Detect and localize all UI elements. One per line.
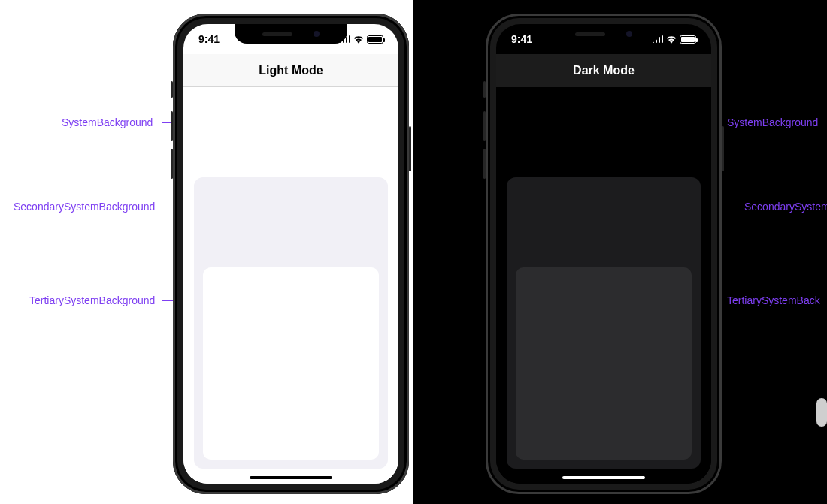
dark-mode-panel: SystemBackground SecondarySystemB Tertia…	[414, 0, 827, 504]
battery-icon	[367, 35, 383, 44]
volume-down-button	[171, 149, 173, 179]
secondary-system-background-swatch	[194, 177, 388, 469]
annotation-system-bg: SystemBackground	[62, 116, 153, 128]
screen: 9:41 Dark Mode	[496, 24, 711, 484]
content-area	[183, 87, 398, 484]
speaker-grill	[575, 32, 605, 36]
scrollbar-thumb[interactable]	[816, 398, 827, 427]
secondary-system-background-swatch	[507, 177, 701, 469]
iphone-frame-light: 9:41 Light Mode	[173, 14, 409, 494]
page-title: Light Mode	[259, 64, 323, 77]
page-title: Dark Mode	[573, 64, 635, 77]
status-time: 9:41	[511, 33, 532, 45]
side-button	[409, 126, 411, 171]
mute-switch	[171, 81, 173, 98]
wifi-icon	[666, 35, 677, 44]
notch	[235, 24, 347, 44]
system-background-swatch	[496, 87, 711, 484]
front-camera	[626, 31, 632, 37]
notch	[547, 24, 660, 44]
annotation-system-bg: SystemBackground	[727, 116, 818, 128]
system-background-swatch	[183, 87, 398, 484]
content-area	[496, 87, 711, 484]
speaker-grill	[262, 32, 292, 36]
annotation-secondary-bg: SecondarySystemBackground	[14, 201, 155, 213]
comparison-canvas: SystemBackground SecondarySystemBackgrou…	[0, 0, 827, 504]
volume-down-button	[483, 149, 486, 179]
annotation-secondary-bg: SecondarySystemB	[744, 201, 827, 213]
status-time: 9:41	[198, 33, 220, 45]
battery-icon	[680, 35, 696, 44]
volume-up-button	[483, 111, 486, 141]
navigation-bar: Light Mode	[183, 54, 398, 87]
tertiary-system-background-swatch	[516, 267, 692, 460]
home-indicator[interactable]	[250, 476, 332, 479]
navigation-bar: Dark Mode	[496, 54, 711, 87]
tertiary-system-background-swatch	[203, 267, 379, 460]
home-indicator[interactable]	[562, 476, 645, 479]
side-button	[722, 126, 724, 171]
front-camera	[314, 31, 320, 37]
annotation-tertiary-bg: TertiarySystemBack	[727, 294, 820, 306]
screen: 9:41 Light Mode	[183, 24, 398, 484]
annotation-tertiary-bg: TertiarySystemBackground	[29, 294, 155, 306]
wifi-icon	[353, 35, 364, 44]
light-mode-panel: SystemBackground SecondarySystemBackgrou…	[0, 0, 414, 504]
volume-up-button	[171, 111, 173, 141]
iphone-frame-dark: 9:41 Dark Mode	[486, 14, 722, 494]
mute-switch	[483, 81, 486, 98]
